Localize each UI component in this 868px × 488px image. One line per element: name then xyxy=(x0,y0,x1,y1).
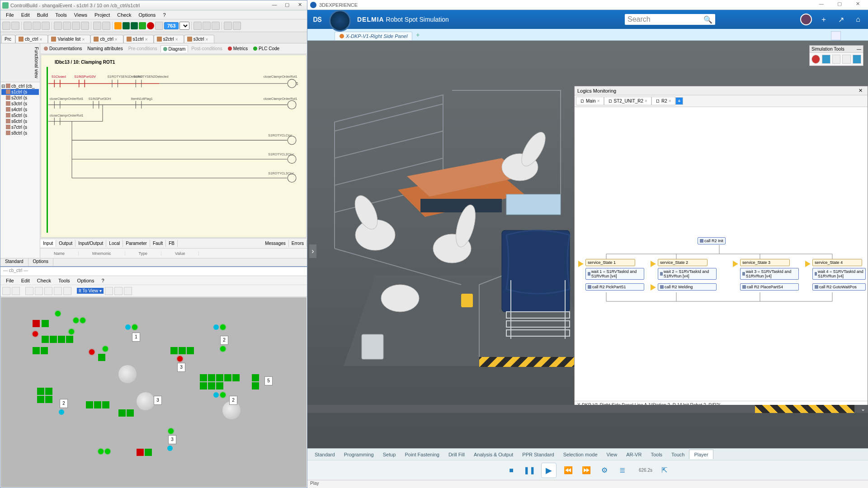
logic-state-header[interactable]: service_State 2 xyxy=(658,259,708,266)
menu-views[interactable]: Views xyxy=(71,12,90,18)
play-icon[interactable] xyxy=(139,22,146,29)
doc-tab-cbctrl2[interactable]: cb_ctrl× xyxy=(90,35,123,43)
ribbon-programming[interactable]: Programming xyxy=(340,450,378,459)
ribbon-setup[interactable]: Setup xyxy=(378,450,401,459)
logics-tab-st2[interactable]: 🗋ST2_UNIT_R2× xyxy=(604,97,651,105)
tool-icon[interactable] xyxy=(72,22,80,30)
tree-node[interactable]: s2ctrl (s xyxy=(1,95,39,101)
zoom-in-icon[interactable] xyxy=(124,287,132,295)
close-icon[interactable]: × xyxy=(39,37,44,42)
bottom-tab-options[interactable]: Options xyxy=(28,258,53,266)
forward-button[interactable]: ⏩ xyxy=(580,464,593,477)
home-icon[interactable]: ⌂ xyxy=(853,14,863,25)
pause-icon[interactable] xyxy=(114,22,122,29)
ribbon-ppr[interactable]: PPR Standard xyxy=(518,450,558,459)
ribbon-selection[interactable]: Selection mode xyxy=(559,450,602,459)
tool-icon[interactable] xyxy=(93,22,101,30)
speed-select[interactable] xyxy=(179,22,189,30)
export-icon[interactable]: ⇱ xyxy=(658,464,670,477)
tool-icon[interactable] xyxy=(2,287,10,295)
tree-node[interactable]: s8ctrl (s xyxy=(1,130,39,136)
close-icon[interactable]: × xyxy=(82,37,86,42)
menu-help[interactable]: ? xyxy=(99,277,107,284)
cb-titlebar[interactable]: ControlBuild - shangaiEvent - s1ctrl 3 /… xyxy=(0,0,307,10)
ribbon-arvr[interactable]: AR-VR xyxy=(622,450,646,459)
logic-call-block[interactable]: call R2 PickPartS1 xyxy=(585,283,644,291)
doc-tab-s2ctrl[interactable]: s2ctrl× xyxy=(154,35,184,43)
simtools-header[interactable]: Simulation Tools— xyxy=(810,46,863,53)
tree-node[interactable]: s3ctrl (s xyxy=(1,101,39,107)
subtab-documentations[interactable]: Documentations xyxy=(42,45,84,52)
menu-check[interactable]: Check xyxy=(114,12,134,18)
logic-wait-block[interactable]: wait 1 = S1RVTaskId and S1RVRun [v4] xyxy=(585,268,644,280)
minimize-button[interactable]: — xyxy=(269,2,280,9)
ribbon-drillfill[interactable]: Drill Fill xyxy=(444,450,469,459)
menu-edit[interactable]: Edit xyxy=(19,12,33,18)
tool-icon[interactable] xyxy=(81,22,89,30)
tree-node[interactable]: s6ctrl (s xyxy=(1,118,39,124)
maximize-button[interactable]: ▢ xyxy=(832,1,847,9)
expand-tab-button[interactable] xyxy=(831,31,841,40)
menu-options[interactable]: Options xyxy=(75,277,97,284)
iotab-messages[interactable]: Messages xyxy=(262,240,289,247)
subtab-diagram[interactable]: Diagram xyxy=(160,45,189,52)
tool-icon[interactable] xyxy=(224,22,232,30)
settings-icon[interactable]: ⚙ xyxy=(598,464,611,477)
close-icon[interactable]: × xyxy=(645,99,647,103)
tree-node-root[interactable]: ⊟cb_ctrl (cb_ xyxy=(1,83,39,89)
tool-icon[interactable] xyxy=(2,22,10,30)
record-icon[interactable] xyxy=(147,22,154,29)
subtab-naming[interactable]: Naming attributes xyxy=(85,45,125,52)
iotab-input[interactable]: Input xyxy=(40,240,56,247)
logic-call-block[interactable]: call R2 GotoWaitPos xyxy=(812,283,866,291)
logics-canvas[interactable]: call R2 Init service_State 1 wait 1 = S1… xyxy=(575,107,868,401)
subtab-preconditions[interactable]: Pre-conditions xyxy=(126,45,160,52)
doc-tab-varlist[interactable]: Variable list× xyxy=(48,35,90,43)
close-icon[interactable]: ✕ xyxy=(859,88,865,94)
logic-state-header[interactable]: service_State 4 xyxy=(812,259,862,266)
zoom-select[interactable]: It To View ▾ xyxy=(77,288,104,294)
cb-tree[interactable]: ⊟cb_ctrl (cb_ s1ctrl (s s2ctrl (s s3ctrl… xyxy=(0,82,40,258)
hmi-canvas[interactable]: 1 2 3 2 3 2 5 3 xyxy=(1,297,307,487)
menu-help[interactable]: ? xyxy=(160,12,168,18)
simtool-icon[interactable] xyxy=(853,55,861,64)
logic-call-block[interactable]: call R2 PlacePartS4 xyxy=(740,283,799,291)
logic-state-header[interactable]: service_State 3 xyxy=(740,259,790,266)
tool-icon[interactable] xyxy=(42,22,50,30)
tree-node[interactable]: s5ctrl (s xyxy=(1,113,39,118)
tree-node[interactable]: s4ctrl (s xyxy=(1,107,39,113)
menu-project[interactable]: Project xyxy=(92,12,113,18)
subtab-metrics[interactable]: Metrics xyxy=(226,45,250,52)
menu-file[interactable]: File xyxy=(3,12,17,18)
record-icon[interactable] xyxy=(811,55,820,64)
rewind-button[interactable]: ⏪ xyxy=(562,464,575,477)
close-button[interactable]: ✕ xyxy=(850,1,865,9)
close-icon[interactable]: × xyxy=(115,37,119,42)
compass-icon[interactable] xyxy=(329,10,351,32)
close-icon[interactable]: × xyxy=(206,37,210,42)
iotab-errors[interactable]: Errors xyxy=(289,240,307,247)
tool-icon[interactable] xyxy=(54,287,62,295)
ribbon-standard[interactable]: Standard xyxy=(310,450,340,459)
step-back-icon[interactable] xyxy=(123,22,130,29)
simtool-icon[interactable] xyxy=(832,55,841,64)
iotab-fb[interactable]: FB xyxy=(166,240,178,247)
dx-viewport[interactable]: › xyxy=(307,41,868,448)
close-button[interactable]: ✕ xyxy=(294,2,305,9)
avatar[interactable] xyxy=(800,14,812,25)
tree-node[interactable]: s1ctrl (s xyxy=(1,89,39,95)
scene-tab[interactable]: X-DKP-V1-Right Side Panel xyxy=(335,32,412,40)
logic-call-block[interactable]: call R2 Welding xyxy=(658,283,717,291)
menu-file[interactable]: File xyxy=(3,277,17,284)
tool-icon[interactable] xyxy=(63,22,71,30)
pause-button[interactable]: ❚❚ xyxy=(523,464,536,477)
logics-add-tab[interactable]: + xyxy=(675,97,684,105)
menu-tools[interactable]: Tools xyxy=(56,277,73,284)
dx-titlebar[interactable]: 3DEXPERIENCE — ▢ ✕ xyxy=(307,0,868,10)
tree-node[interactable]: s7ctrl (s xyxy=(1,124,39,130)
close-icon[interactable]: × xyxy=(175,37,180,42)
logics-tab-main[interactable]: 🗋Main× xyxy=(576,97,604,105)
hmi-titlebar[interactable]: — cb_ctrl — xyxy=(0,267,307,276)
ribbon-tools[interactable]: Tools xyxy=(646,450,667,459)
maximize-button[interactable]: ▢ xyxy=(282,2,292,9)
